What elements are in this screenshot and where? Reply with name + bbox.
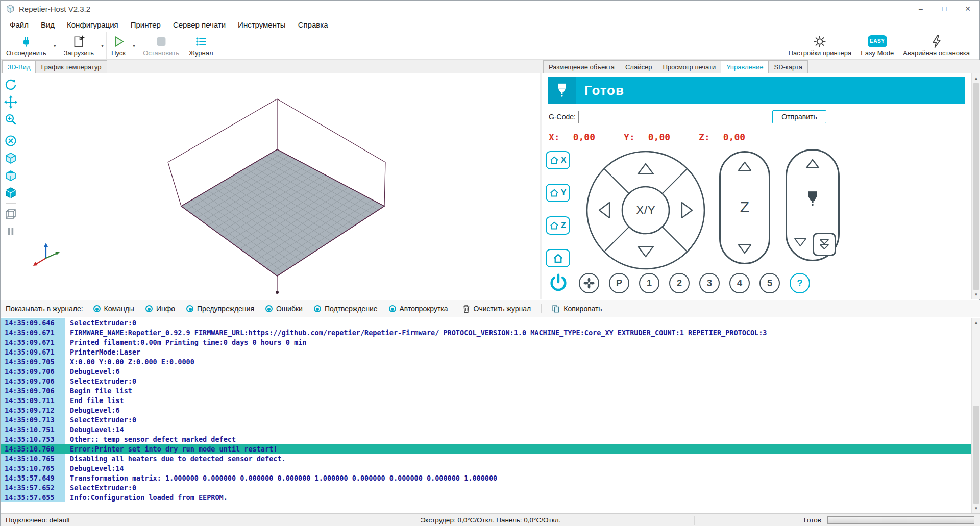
toolstrip-divider [6,130,16,130]
extrude-down-icon[interactable] [793,237,807,247]
scroll-up-arrow[interactable]: ▲ [972,318,980,327]
menu-item-4[interactable]: Сервер печати [167,17,232,32]
close-button[interactable]: ✕ [956,1,979,17]
log-timestamp: 14:35:57.652 [1,483,65,492]
printer-settings-button[interactable]: Настройки принтера [784,32,856,59]
panel-button-1[interactable]: 1 [639,273,659,293]
maximize-button[interactable]: □ [933,1,956,17]
progress-fill [828,517,974,523]
z-jog-control[interactable]: Z [719,151,770,264]
load-button[interactable]: Загрузить [59,32,99,59]
easy-mode-group: EASY Easy Mode [856,32,898,59]
power-button[interactable] [548,272,569,294]
easy-mode-button[interactable]: EASY Easy Mode [856,32,898,59]
menu-item-5[interactable]: Инструменты [232,17,292,32]
menu-item-1[interactable]: Вид [35,17,61,32]
log-filter-info[interactable]: Инфо [145,305,175,313]
home-icon [553,254,564,263]
radio-icon [93,305,101,312]
panel-button-5[interactable]: 5 [760,273,780,293]
tab-object-placement[interactable]: Размещение объекта [543,60,620,73]
scroll-down-arrow[interactable]: ▼ [972,504,980,513]
log-filter-commands[interactable]: Команды [93,305,134,313]
gcode-input[interactable] [578,111,765,123]
log-row: 14:35:09.706Begin file list [1,386,971,395]
log-filter-errors[interactable]: Ошибки [265,305,303,313]
log-toggle-button[interactable]: Журнал [184,32,217,59]
log-message: Printed filament:0.00m Printing time:0 d… [65,338,306,346]
extruder-jog-control[interactable] [786,149,840,261]
z-down-icon[interactable] [737,243,752,255]
tab-print-preview[interactable]: Просмотр печати [657,60,721,73]
start-button[interactable]: Пуск [107,32,130,59]
pause-view-button[interactable] [4,224,18,238]
scroll-up-arrow[interactable]: ▲ [972,74,980,83]
menu-item-6[interactable]: Справка [292,17,334,32]
send-gcode-button[interactable]: Отправить [772,110,826,123]
control-scrollbar[interactable]: ▲ ▼ [971,73,980,299]
panel-button-P[interactable]: P [609,273,629,293]
tab-slicer[interactable]: Слайсер [620,60,657,73]
xy-jog-pad[interactable]: X/Y [585,149,706,271]
tab-manual-control[interactable]: Управление [721,60,769,73]
panel-button-?[interactable]: ? [790,273,810,293]
load-dropdown-arrow[interactable]: ▾ [99,32,106,59]
log-timestamp: 14:35:09.646 [1,318,65,328]
home-x-button[interactable]: X [546,151,570,169]
iso-view-button[interactable] [4,151,18,165]
copy-log-button[interactable]: Копировать [552,305,602,313]
log-message: DebugLevel:14 [65,425,124,434]
left-tab-strip: 3D-ВидГрафик температур [1,60,540,73]
home-all-button[interactable] [546,249,570,267]
log-filter-autoscroll[interactable]: Автопрокрутка [389,305,448,313]
panel-button-3[interactable]: 3 [699,273,720,293]
zoom-in-button[interactable] [4,112,18,126]
top-view-button[interactable] [4,168,18,182]
tab-temp-graph[interactable]: График температур [35,60,107,73]
menu-bar: ФайлВидКонфигурацияПринтерСервер печатиИ… [1,17,979,32]
panel-button-4[interactable]: 4 [729,273,750,293]
log-row: 14:35:09.711End file list [1,395,971,405]
menu-item-0[interactable]: Файл [4,17,35,32]
scrollbar-thumb[interactable] [973,406,979,504]
statusbar-divider [694,516,695,525]
disconnect-dropdown-arrow[interactable]: ▾ [51,32,59,59]
emergency-stop-button[interactable]: Аварийная остановка [898,32,974,59]
iso-cube-icon [4,152,17,165]
fit-view-button[interactable] [4,134,18,147]
log-filter-ack[interactable]: Подтверждение [314,305,378,313]
toolstrip-divider [6,203,16,204]
home-y-button[interactable]: Y [546,184,570,202]
disconnect-label: Отсоединить [6,49,46,57]
menu-item-3[interactable]: Принтер [125,17,167,32]
3d-scene[interactable] [20,73,539,299]
fan-button[interactable] [579,273,599,293]
log-scrollbar[interactable]: ▲ ▼ [971,318,980,513]
gear-icon [812,35,827,48]
home-z-button[interactable]: Z [546,216,570,235]
show-box-button[interactable] [4,207,18,221]
start-dropdown-arrow[interactable]: ▾ [130,32,138,59]
scroll-down-arrow[interactable]: ▼ [972,290,980,299]
z-up-icon[interactable] [737,161,752,172]
disconnect-button[interactable]: Отсоединить [2,32,51,59]
retract-button[interactable] [813,233,836,256]
3d-viewport[interactable] [1,73,540,299]
log-message: DebugLevel:6 [65,367,120,375]
rotate-view-button[interactable] [4,78,18,91]
minimize-button[interactable]: – [909,1,933,17]
tab-3d-view[interactable]: 3D-Вид [2,60,36,73]
panel-button-2[interactable]: 2 [669,273,690,293]
log-filter-warnings[interactable]: Предупреждения [186,305,254,313]
tab-sd-card[interactable]: SD-карта [768,60,808,73]
menu-item-2[interactable]: Конфигурация [61,17,125,32]
pan-view-button[interactable] [4,95,18,109]
scrollbar-thumb[interactable] [973,83,979,290]
x-coord-label: X: [549,132,560,142]
clear-log-button[interactable]: Очистить журнал [462,305,531,313]
rotate-icon [4,78,17,91]
extrude-up-icon[interactable] [805,158,820,169]
log-row: 14:35:57.649Transformation matrix: 1.000… [1,473,971,483]
front-view-button[interactable] [4,186,18,199]
emergency-group: Аварийная остановка [898,32,974,59]
